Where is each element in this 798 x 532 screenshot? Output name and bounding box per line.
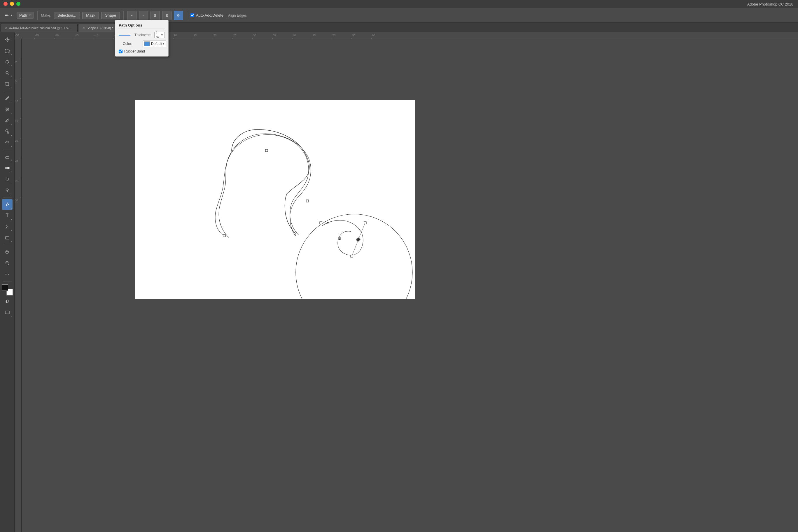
svg-text:30: 30 bbox=[15, 179, 18, 182]
ruler-left: -5 0 5 10 15 20 25 30 35 bbox=[15, 39, 22, 532]
path-select-tool[interactable]: ▸ bbox=[2, 221, 13, 232]
auto-add-delete-checkbox[interactable] bbox=[190, 14, 194, 17]
quick-select-tool[interactable]: ▸ bbox=[2, 68, 13, 78]
svg-text:40: 40 bbox=[293, 34, 296, 37]
quick-select-arrow: ▸ bbox=[11, 76, 12, 78]
eraser-arrow: ▸ bbox=[11, 159, 12, 162]
svg-point-3 bbox=[5, 99, 6, 100]
hand-tool[interactable] bbox=[2, 247, 13, 257]
svg-rect-80 bbox=[265, 149, 268, 152]
maximize-button[interactable] bbox=[16, 2, 20, 6]
thickness-label: Thickness: bbox=[134, 33, 152, 37]
pen-tool-selector[interactable]: ✒ ▼ bbox=[3, 11, 14, 20]
thickness-arrow: ▼ bbox=[161, 34, 163, 36]
document-canvas bbox=[135, 100, 415, 299]
color-row: Color: Default ▼ bbox=[119, 40, 165, 47]
left-divider-3 bbox=[3, 197, 12, 197]
shape-tool[interactable]: ▸ bbox=[2, 232, 13, 243]
blur-tool[interactable]: ▸ bbox=[2, 174, 13, 184]
left-divider-2 bbox=[3, 150, 12, 150]
more-tools[interactable]: ··· bbox=[2, 269, 13, 280]
svg-line-89 bbox=[359, 223, 365, 240]
zoom-tool[interactable] bbox=[2, 258, 13, 268]
selection-button[interactable]: Selection... bbox=[54, 12, 80, 19]
svg-point-1 bbox=[6, 72, 8, 74]
path-mode-dropdown[interactable]: Path ▼ bbox=[17, 12, 34, 19]
path-intersect-btn[interactable]: ⊟ bbox=[151, 11, 160, 20]
clone-stamp-tool[interactable]: ▸ bbox=[2, 126, 13, 137]
marquee-tool[interactable]: ▸ bbox=[2, 45, 13, 56]
path-subtract-btn[interactable]: ▫ bbox=[139, 11, 148, 20]
thickness-preview-line bbox=[119, 35, 130, 36]
tab-2[interactable]: ✕ Shape 1, RGB/8) * bbox=[78, 24, 117, 32]
svg-line-90 bbox=[352, 240, 359, 256]
marquee-arrow: ▸ bbox=[11, 53, 12, 56]
color-swatch-inline bbox=[144, 41, 150, 46]
minimize-button[interactable] bbox=[10, 2, 14, 6]
path-combine-btn[interactable]: ▪ bbox=[127, 11, 136, 20]
canvas-area[interactable] bbox=[22, 39, 798, 532]
svg-rect-84 bbox=[320, 222, 322, 224]
color-swatches bbox=[2, 284, 13, 296]
rubber-band-checkbox[interactable] bbox=[119, 50, 122, 53]
svg-point-83 bbox=[296, 214, 413, 299]
tab-2-close[interactable]: ✕ bbox=[82, 26, 85, 30]
eraser-tool[interactable]: ▸ bbox=[2, 152, 13, 162]
auto-add-delete-label[interactable]: Auto Add/Delete bbox=[190, 13, 223, 18]
more-icon: ··· bbox=[5, 272, 10, 277]
svg-text:-30: -30 bbox=[15, 34, 19, 37]
rubber-band-label[interactable]: Rubber Band bbox=[124, 49, 145, 53]
tab-1[interactable]: ✕ 4x4m-EMX-Marquee custom.psd @ 100% (La… bbox=[1, 24, 78, 32]
lasso-tool[interactable]: ▸ bbox=[2, 57, 13, 67]
dodge-tool[interactable]: ▸ bbox=[2, 185, 13, 195]
gradient-tool[interactable]: ▸ bbox=[2, 163, 13, 173]
dodge-arrow: ▸ bbox=[11, 193, 12, 195]
crop-tool[interactable]: ▸ bbox=[2, 79, 13, 89]
traffic-lights bbox=[3, 2, 20, 6]
settings-btn[interactable]: ⚙ bbox=[174, 11, 183, 20]
svg-text:50: 50 bbox=[332, 34, 336, 37]
path-exclude-btn[interactable]: ⊞ bbox=[162, 11, 171, 20]
path-mode-label: Path bbox=[19, 13, 27, 18]
auto-add-delete-text: Auto Add/Delete bbox=[196, 13, 223, 18]
color-arrow: ▼ bbox=[162, 42, 165, 45]
pen-tool[interactable]: ▸ bbox=[2, 199, 13, 210]
color-input[interactable]: Default ▼ bbox=[142, 40, 166, 47]
svg-text:-20: -20 bbox=[55, 34, 59, 37]
thickness-input[interactable]: 1 px ▼ bbox=[154, 32, 165, 38]
svg-point-95 bbox=[339, 239, 340, 240]
svg-text:-10: -10 bbox=[95, 34, 98, 37]
toolbar-divider-3 bbox=[187, 11, 187, 20]
intersect-icon: ⊟ bbox=[154, 14, 157, 18]
svg-rect-81 bbox=[306, 200, 309, 202]
close-button[interactable] bbox=[3, 2, 7, 6]
svg-rect-87 bbox=[338, 238, 341, 240]
svg-marker-91 bbox=[356, 238, 361, 242]
foreground-color-swatch[interactable] bbox=[2, 284, 8, 291]
healing-tool[interactable]: ▸ bbox=[2, 104, 13, 115]
type-tool[interactable]: T ▸ bbox=[2, 210, 13, 221]
svg-text:30: 30 bbox=[253, 34, 256, 37]
clone-arrow: ▸ bbox=[11, 134, 12, 136]
move-tool[interactable] bbox=[2, 34, 13, 45]
subtract-icon: ▫ bbox=[143, 14, 144, 18]
make-label: Make: bbox=[41, 13, 51, 18]
brush-tool[interactable]: ▸ bbox=[2, 115, 13, 126]
svg-text:45: 45 bbox=[313, 34, 316, 37]
svg-rect-20 bbox=[6, 300, 7, 303]
shape-button[interactable]: Shape bbox=[101, 12, 120, 19]
quick-mask-tool[interactable] bbox=[2, 296, 13, 306]
tab-1-label: 4x4m-EMX-Marquee custom.psd @ 100% (Laye… bbox=[9, 26, 73, 30]
type-icon: T bbox=[6, 213, 9, 218]
mask-button[interactable]: Mask bbox=[82, 12, 99, 19]
screen-mode-tool[interactable]: ▸ bbox=[2, 307, 13, 318]
history-brush-tool[interactable]: ▸ bbox=[2, 137, 13, 148]
svg-text:35: 35 bbox=[273, 34, 276, 37]
svg-rect-21 bbox=[5, 311, 10, 314]
eyedropper-tool[interactable]: ▸ bbox=[2, 93, 13, 103]
svg-text:20: 20 bbox=[213, 34, 216, 37]
gradient-arrow: ▸ bbox=[11, 171, 12, 173]
tab-1-close[interactable]: ✕ bbox=[5, 26, 7, 30]
left-toolbar: ▸ ▸ ▸ ▸ ▸ ▸ ▸ ▸ ▸ ▸ ▸ ▸ bbox=[0, 32, 15, 532]
svg-line-16 bbox=[8, 264, 9, 265]
